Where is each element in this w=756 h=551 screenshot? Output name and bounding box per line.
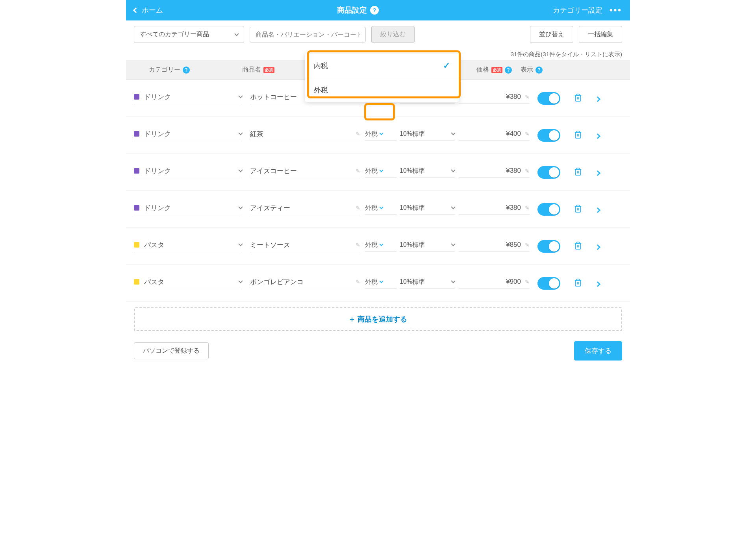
tax-option-label: 内税 [314,61,328,70]
delete-button[interactable] [574,130,582,141]
row-detail-button[interactable] [596,130,600,141]
delete-button[interactable] [574,204,582,214]
price-text: ¥380 [506,204,521,212]
product-name-input[interactable]: アイスティー✎ [250,203,360,215]
category-text: ドリンク [144,166,234,176]
tax-rate-select[interactable]: 10%標準 [400,278,455,289]
product-name-input[interactable]: ボンゴレビアンコ✎ [250,277,360,289]
tax-type-text: 外税 [365,278,378,286]
tax-rate-select[interactable]: 10%標準 [400,167,455,178]
tax-option-exclusive[interactable]: 外税 [305,78,459,102]
search-input[interactable] [250,27,366,43]
tax-type-select[interactable]: 外税 [365,167,397,178]
category-text: ドリンク [144,203,234,213]
chevron-down-icon [451,279,455,283]
table-row: ドリンクアイスコーヒー✎外税10%標準¥380✎ [126,154,630,191]
chevron-down-icon [451,168,455,172]
tax-type-text: 外税 [365,241,378,249]
tax-type-select[interactable]: 外税 [365,241,397,252]
add-product-button[interactable]: ＋ 商品を追加する [134,307,622,331]
bulk-edit-button[interactable]: 一括編集 [579,26,622,43]
product-name-input[interactable]: ミートソース✎ [250,240,360,252]
category-cell[interactable]: ドリンク [134,129,242,141]
row-detail-button[interactable] [596,167,600,178]
required-badge: 必須 [491,67,502,73]
display-toggle[interactable] [537,203,560,216]
row-detail-button[interactable] [596,204,600,214]
product-name-input[interactable]: 紅茶✎ [250,129,360,141]
category-cell[interactable]: ドリンク [134,166,242,178]
chevron-down-icon [238,279,243,283]
col-name-label: 商品名 [242,66,261,74]
chevron-down-icon [451,205,455,209]
display-toggle[interactable] [537,166,560,179]
display-toggle[interactable] [537,240,560,253]
price-input[interactable]: ¥850✎ [459,241,530,251]
display-toggle[interactable] [537,129,560,142]
row-detail-button[interactable] [596,278,600,288]
tax-type-select[interactable]: 外税 [365,204,397,215]
col-category-label: カテゴリー [149,66,180,74]
filter-button[interactable]: 絞り込む [371,26,415,43]
chevron-down-icon [238,168,243,172]
category-filter-select[interactable]: すべてのカテゴリー商品 [134,26,244,43]
price-input[interactable]: ¥380✎ [459,167,530,178]
tax-option-inclusive[interactable]: 内税 ✓ [305,54,459,78]
chevron-down-icon [238,94,243,98]
category-color-swatch [134,279,139,285]
price-input[interactable]: ¥900✎ [459,278,530,288]
tax-type-select[interactable]: 外税 [365,278,397,289]
more-menu-icon[interactable]: ••• [610,5,622,15]
delete-button[interactable] [574,93,582,104]
chevron-down-icon [380,168,384,172]
sort-button[interactable]: 並び替え [530,26,573,43]
help-icon[interactable]: ? [183,67,190,74]
table-row: パスタミートソース✎外税10%標準¥850✎ [126,228,630,265]
chevron-right-icon [595,133,600,139]
tax-rate-text: 10%標準 [400,130,425,138]
help-icon[interactable]: ? [505,67,512,74]
chevron-down-icon [451,242,455,246]
price-input[interactable]: ¥380✎ [459,204,530,214]
product-name-input[interactable]: アイスコーヒー✎ [250,166,360,178]
tax-type-text: 外税 [365,130,378,138]
save-button[interactable]: 保存する [574,341,622,361]
product-name-text: アイスコーヒー [250,166,352,176]
pc-register-button[interactable]: パソコンで登録する [134,342,209,359]
category-settings-link[interactable]: カテゴリー設定 [553,6,602,15]
chevron-right-icon [595,244,600,250]
price-text: ¥400 [506,130,521,138]
category-cell[interactable]: パスタ [134,240,242,252]
chevron-right-icon [595,96,600,102]
display-toggle[interactable] [537,92,560,105]
category-color-swatch [134,94,139,100]
help-icon[interactable]: ? [536,67,543,74]
category-cell[interactable]: ドリンク [134,92,242,104]
tax-type-select[interactable]: 外税 [365,130,397,141]
delete-button[interactable] [574,167,582,178]
display-toggle[interactable] [537,277,560,290]
chevron-left-icon [133,7,139,13]
price-input[interactable]: ¥400✎ [459,130,530,141]
tax-type-text: 外税 [365,167,378,175]
category-cell[interactable]: ドリンク [134,203,242,215]
chevron-down-icon [238,205,243,209]
category-color-swatch [134,242,139,248]
tax-rate-select[interactable]: 10%標準 [400,241,455,252]
chevron-right-icon [595,281,600,287]
tax-rate-select[interactable]: 10%標準 [400,130,455,141]
page-title: 商品設定 [337,5,367,15]
delete-button[interactable] [574,278,582,288]
chevron-down-icon [451,131,455,135]
category-cell[interactable]: パスタ [134,277,242,289]
home-label: ホーム [142,6,163,15]
price-input[interactable]: ¥380✎ [459,93,530,104]
tax-rate-select[interactable]: 10%標準 [400,204,455,215]
back-home-button[interactable]: ホーム [134,6,163,15]
help-icon[interactable]: ? [370,6,379,15]
table-row: ドリンクアイスティー✎外税10%標準¥380✎ [126,191,630,228]
row-detail-button[interactable] [596,241,600,251]
pencil-icon: ✎ [356,205,360,211]
row-detail-button[interactable] [596,93,600,104]
delete-button[interactable] [574,241,582,251]
